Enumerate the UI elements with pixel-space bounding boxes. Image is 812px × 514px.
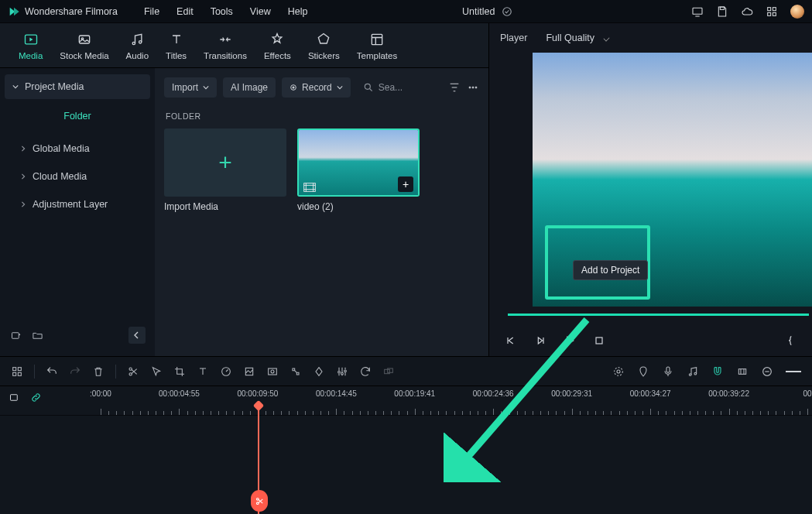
timeline-tracks[interactable]: video (2)	[0, 416, 812, 514]
crop-icon[interactable]	[173, 365, 186, 378]
mask-icon[interactable]	[266, 365, 279, 378]
split-handle-icon[interactable]	[251, 490, 268, 512]
sidebar-project-media[interactable]: Project Media	[5, 74, 150, 99]
tab-titles[interactable]: Titles	[166, 31, 187, 60]
mark-in-out-icon[interactable]	[736, 365, 749, 378]
svg-rect-6	[773, 12, 776, 15]
add-to-project-button[interactable]: +	[398, 176, 413, 192]
transitions-icon	[217, 31, 234, 48]
menu-file[interactable]: File	[144, 6, 159, 17]
effects-icon	[269, 31, 286, 48]
marker-icon[interactable]	[637, 365, 649, 378]
svg-point-39	[615, 367, 623, 375]
svg-point-15	[293, 87, 295, 89]
cursor-icon[interactable]	[150, 365, 163, 378]
media-clip-tile[interactable]: + video (2)	[297, 128, 420, 212]
tab-transitions[interactable]: Transitions	[204, 31, 247, 60]
split-icon[interactable]	[127, 365, 139, 378]
tab-audio[interactable]: Audio	[126, 31, 149, 60]
tab-effects-label: Effects	[264, 51, 291, 60]
collapse-sidebar-icon[interactable]	[128, 327, 146, 344]
filmstrip-icon	[303, 183, 316, 192]
import-media-tile[interactable]: + Import Media	[164, 128, 286, 212]
grid-icon[interactable]	[766, 5, 778, 18]
snap-icon[interactable]	[290, 365, 302, 378]
zoom-out-icon[interactable]	[761, 365, 773, 378]
magnet-icon[interactable]	[711, 365, 724, 378]
tab-templates[interactable]: Templates	[357, 31, 397, 60]
user-avatar[interactable]	[790, 5, 804, 19]
tab-stickers-label: Stickers	[308, 51, 340, 60]
group-icon[interactable]	[382, 365, 395, 378]
tab-stickers[interactable]: Stickers	[308, 31, 340, 60]
sidebar-global-label: Global Media	[33, 143, 90, 154]
monitor-icon[interactable]	[691, 5, 704, 18]
section-label: FOLDER	[166, 111, 479, 121]
play-icon[interactable]	[564, 334, 576, 347]
player-progress-bar[interactable]	[508, 314, 809, 316]
quality-dropdown[interactable]: Full Quality	[538, 29, 616, 47]
caret-right-icon	[20, 146, 26, 152]
timeline-toolbar	[0, 357, 812, 386]
filter-icon[interactable]	[448, 81, 461, 94]
color-icon[interactable]	[243, 365, 255, 378]
svg-point-0	[503, 7, 512, 15]
code-brace-icon[interactable]	[784, 334, 797, 347]
timeline-ruler[interactable]: :00:0000:00:04:5500:00:09:5000:00:14:450…	[0, 386, 812, 416]
search-input[interactable]: Sea...	[357, 82, 411, 93]
music-icon[interactable]	[687, 365, 699, 378]
play-pause-icon[interactable]	[534, 334, 546, 347]
plus-icon: +	[218, 151, 232, 174]
svg-point-42	[694, 372, 697, 375]
undo-icon[interactable]	[46, 365, 58, 378]
tl-refresh-icon[interactable]	[359, 365, 372, 378]
adjust-icon[interactable]	[336, 365, 348, 378]
ruler-label: 00:00:04:55	[159, 389, 200, 398]
project-title: Untitled	[462, 6, 495, 17]
sidebar-folder[interactable]: Folder	[5, 104, 150, 128]
zoom-slider[interactable]	[786, 371, 801, 372]
tab-effects[interactable]: Effects	[264, 31, 291, 60]
keyframe-icon[interactable]	[313, 365, 325, 378]
media-sidebar: Project Media Folder Global Media Cloud …	[0, 68, 155, 356]
menu-edit[interactable]: Edit	[176, 6, 194, 17]
menu-help[interactable]: Help	[288, 6, 308, 17]
svg-point-16	[365, 84, 370, 89]
prev-frame-icon[interactable]	[505, 334, 517, 347]
menu-tools[interactable]: Tools	[211, 6, 233, 17]
media-tabs: Media Stock Media Audio Titles Transitio…	[0, 23, 488, 68]
filmora-logo-icon	[8, 5, 20, 18]
delete-icon[interactable]	[92, 365, 104, 378]
more-icon[interactable]	[467, 81, 479, 94]
ai-image-button[interactable]: AI Image	[223, 77, 276, 98]
new-bin-icon[interactable]	[9, 329, 22, 341]
svg-rect-25	[13, 372, 16, 375]
timeline-options-icon[interactable]	[8, 391, 20, 403]
save-icon[interactable]	[716, 5, 728, 18]
tl-grid-icon[interactable]	[11, 365, 23, 378]
player-viewport[interactable]	[497, 53, 812, 325]
sidebar-folder-label: Folder	[63, 111, 91, 122]
svg-rect-23	[13, 367, 16, 370]
new-folder-icon[interactable]	[31, 329, 43, 341]
render-icon[interactable]	[612, 365, 625, 378]
cloud-icon[interactable]	[741, 5, 753, 18]
svg-rect-24	[18, 367, 21, 370]
tab-stock[interactable]: Stock Media	[60, 31, 108, 60]
import-button[interactable]: Import	[164, 77, 217, 98]
svg-point-32	[271, 370, 274, 373]
menu-view[interactable]: View	[250, 6, 271, 17]
sidebar-global-media[interactable]: Global Media	[5, 136, 150, 161]
tab-media-label: Media	[19, 51, 43, 60]
tab-media[interactable]: Media	[19, 31, 43, 60]
record-button[interactable]: Record	[282, 77, 351, 98]
redo-icon[interactable]	[69, 365, 81, 378]
sidebar-adjustment-layer[interactable]: Adjustment Layer	[5, 192, 150, 217]
sidebar-cloud-media[interactable]: Cloud Media	[5, 164, 150, 189]
text-icon[interactable]	[197, 365, 209, 378]
stop-icon[interactable]	[593, 334, 605, 347]
link-icon[interactable]	[29, 391, 42, 403]
svg-rect-13	[12, 332, 19, 338]
mic-icon[interactable]	[662, 365, 674, 378]
speed-icon[interactable]	[220, 365, 232, 378]
